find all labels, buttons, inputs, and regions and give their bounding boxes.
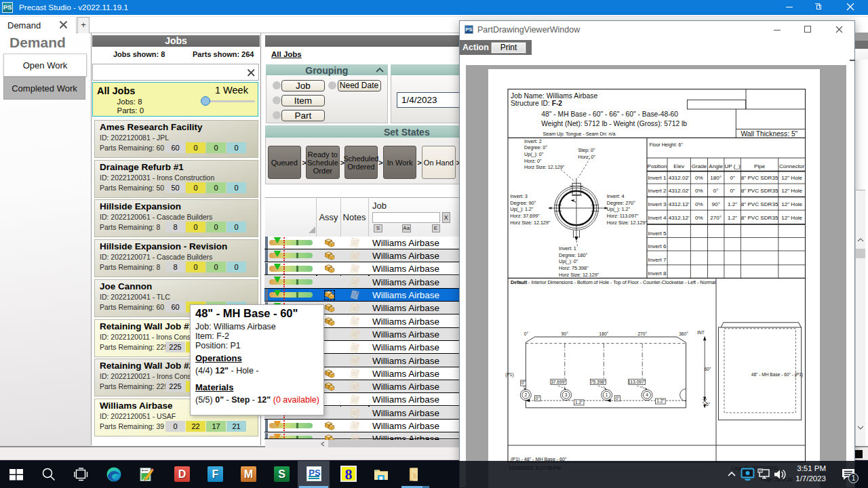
svg-text:0%: 0% — [695, 188, 703, 194]
svg-text:Horz Size: 12.129": Horz Size: 12.129" — [559, 272, 599, 278]
svg-text:Invert 1: Invert 1 — [648, 175, 667, 181]
svg-text:270°: 270° — [637, 331, 647, 336]
svg-text:(P1): (P1) — [505, 372, 513, 378]
svg-text:Degree: 0°: Degree: 0° — [524, 144, 547, 150]
svg-text:Up(_): 1.2": Up(_): 1.2" — [510, 206, 534, 212]
svg-text:Grade: Grade — [692, 163, 707, 169]
svg-text:12" Hole: 12" Hole — [781, 188, 802, 194]
svg-text:0": 0" — [615, 396, 620, 401]
svg-text:0%: 0% — [695, 201, 703, 207]
svg-text:Horz: 37.699": Horz: 37.699" — [510, 213, 540, 219]
svg-text:48" - MH Base - 60" - (P1): 48" - MH Base - 60" - (P1) — [751, 372, 804, 378]
svg-text:113.097": 113.097" — [628, 380, 646, 384]
svg-text:Invert: 4: Invert: 4 — [607, 193, 625, 199]
svg-text:Degree: 270°: Degree: 270° — [607, 200, 635, 206]
svg-text:75.398": 75.398" — [591, 380, 606, 384]
svg-text:0": 0" — [730, 188, 735, 194]
svg-text:4312.12': 4312.12' — [669, 215, 690, 221]
svg-text:Horz Size: 12.129": Horz Size: 12.129" — [607, 220, 648, 226]
svg-text:Degree: 180°: Degree: 180° — [559, 252, 587, 258]
svg-text:Invert: 2: Invert: 2 — [524, 138, 542, 144]
svg-text:Position: Position — [648, 163, 667, 169]
svg-text:Invert: 3: Invert: 3 — [510, 193, 528, 199]
svg-text:Invert 6: Invert 6 — [648, 243, 667, 249]
svg-text:Invert 5: Invert 5 — [648, 230, 667, 237]
svg-text:Weight (Net): 5712 lb - Weight: Weight (Net): 5712 lb - Weight (Gross): … — [541, 120, 687, 127]
svg-text:Up(_): 0": Up(_): 0" — [524, 151, 544, 157]
svg-text:4312.12': 4312.12' — [669, 201, 690, 207]
svg-text:Horz Size: 12.129": Horz Size: 12.129" — [524, 164, 565, 170]
svg-text:0": 0" — [536, 396, 540, 401]
svg-text:8" PVC SDR35: 8" PVC SDR35 — [741, 175, 778, 181]
svg-text:Elev: Elev — [673, 163, 685, 169]
svg-text:37.699": 37.699" — [551, 380, 566, 384]
svg-text:4312.02': 4312.02' — [669, 175, 690, 181]
svg-text:360°: 360° — [679, 331, 688, 336]
svg-text:0%: 0% — [695, 215, 703, 221]
svg-text:Invert 3: Invert 3 — [648, 201, 667, 207]
svg-text:1.2": 1.2" — [728, 201, 737, 207]
svg-text:2: 2 — [524, 392, 527, 397]
svg-text:Wall Thickness: 5": Wall Thickness: 5" — [741, 130, 798, 138]
svg-text:Default - Interior Dimensions: Default - Interior Dimensions - Bottom o… — [511, 279, 716, 285]
svg-text:1.2": 1.2" — [656, 399, 665, 403]
svg-text:Horz: 113.097": Horz: 113.097" — [607, 213, 639, 219]
svg-text:Job Name: Williams Airbase: Job Name: Williams Airbase — [511, 92, 597, 100]
svg-text:Invert 7: Invert 7 — [648, 257, 667, 263]
svg-text:INT: INT — [697, 330, 705, 335]
svg-text:Floor Height: 6": Floor Height: 6" — [650, 142, 684, 148]
svg-text:0%: 0% — [695, 175, 703, 181]
svg-text:Invert 4: Invert 4 — [648, 215, 667, 221]
svg-text:3: 3 — [565, 392, 568, 397]
svg-text:90°: 90° — [561, 331, 568, 336]
svg-text:Connector: Connector — [779, 163, 805, 169]
svg-text:270°: 270° — [710, 215, 722, 221]
svg-text:0°: 0° — [524, 331, 529, 336]
svg-text:Up(_): 1.2": Up(_): 1.2" — [607, 206, 631, 212]
svg-text:12" Hole: 12" Hole — [781, 215, 802, 221]
svg-text:180°: 180° — [710, 175, 722, 181]
svg-text:12" Hole: 12" Hole — [781, 175, 802, 181]
svg-text:8" PVC SDR35: 8" PVC SDR35 — [741, 188, 778, 194]
svg-text:1.2": 1.2" — [575, 400, 583, 405]
svg-text:Up(_): 0": Up(_): 0" — [559, 258, 578, 264]
svg-text:90°: 90° — [712, 201, 720, 207]
svg-text:8" PVC SDR35: 8" PVC SDR35 — [741, 215, 778, 221]
svg-text:4: 4 — [646, 392, 648, 397]
svg-text:60": 60" — [705, 367, 711, 371]
svg-text:0°: 0° — [713, 188, 719, 194]
svg-text:Structure ID: F-2: Structure ID: F-2 — [511, 100, 562, 107]
svg-text:Invert 8: Invert 8 — [648, 270, 667, 277]
svg-text:180°: 180° — [599, 331, 609, 336]
svg-text:1: 1 — [606, 392, 608, 397]
svg-text:Invert: 1: Invert: 1 — [559, 245, 576, 251]
svg-text:0": 0" — [730, 175, 735, 181]
svg-text:Horz: 0": Horz: 0" — [578, 154, 596, 160]
svg-text:Pipe: Pipe — [754, 163, 766, 169]
svg-text:Degree: 90°: Degree: 90° — [510, 200, 536, 206]
svg-text:4312.02': 4312.02' — [669, 188, 690, 194]
svg-text:Horz Size: 12.129": Horz Size: 12.129" — [510, 220, 551, 226]
svg-text:Step: 0": Step: 0" — [578, 147, 596, 153]
svg-text:Invert 2: Invert 2 — [648, 188, 667, 194]
svg-text:Seam Up: Tongue - Seam Dn: n/a: Seam Up: Tongue - Seam Dn: n/a — [542, 131, 616, 137]
svg-text:Horz: 0": Horz: 0" — [524, 158, 542, 164]
svg-text:6": 6" — [706, 402, 711, 407]
svg-text:UP (_): UP (_) — [724, 163, 741, 169]
svg-text:12" Hole: 12" Hole — [781, 201, 802, 207]
svg-text:8" PVC SDR35: 8" PVC SDR35 — [741, 201, 778, 207]
svg-text:Horz: 75.398": Horz: 75.398" — [559, 265, 589, 271]
svg-text:1.2": 1.2" — [728, 215, 737, 221]
svg-text:0": 0" — [521, 380, 526, 385]
svg-text:Angle: Angle — [709, 163, 723, 169]
svg-text:48" - MH Base - 60" - 66" - 60: 48" - MH Base - 60" - 66" - 60" - Base-4… — [541, 110, 678, 118]
